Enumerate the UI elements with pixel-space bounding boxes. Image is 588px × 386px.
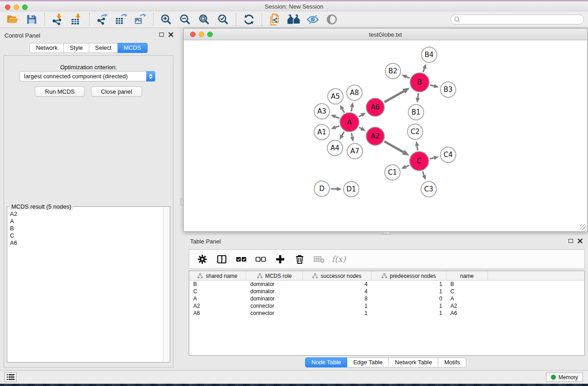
column-header-successor-nodes[interactable]: successor nodes	[303, 271, 372, 281]
mcds-result-item[interactable]: A6	[8, 239, 163, 247]
export-network-icon[interactable]	[95, 13, 110, 26]
column-view-icon[interactable]	[216, 253, 228, 265]
network-canvas[interactable]: AA1A2A3A4A5A6A7A8BB1B2B3B4CC1C2C3C4DD1	[184, 40, 587, 231]
tab-motifs[interactable]: Motifs	[438, 357, 466, 367]
save-session-icon[interactable]	[24, 13, 39, 26]
graph-edge-A-A7[interactable]	[350, 133, 354, 142]
graph-node-A7[interactable]: A7	[347, 143, 363, 159]
import-network-icon[interactable]	[50, 13, 65, 26]
close-panel-button[interactable]: Close panel	[91, 86, 142, 97]
network-window-titlebar[interactable]: testGlobe.txt	[184, 29, 587, 40]
graph-edge-A6-B[interactable]	[384, 88, 410, 102]
graph-node-B2[interactable]: B2	[385, 63, 401, 79]
zoom-fit-icon[interactable]	[197, 13, 211, 26]
graph-edge-B-B2[interactable]	[402, 75, 410, 79]
zoom-selected-icon[interactable]	[216, 13, 230, 26]
select-all-icon[interactable]	[235, 253, 247, 265]
graph-node-C1[interactable]: C1	[385, 165, 400, 180]
window-resize-grip[interactable]	[580, 224, 586, 230]
table-row[interactable]: A6connector11A6	[189, 310, 584, 317]
graph-edge-D-D1[interactable]	[331, 187, 342, 191]
delete-column-icon[interactable]	[294, 253, 306, 265]
search-field[interactable]	[450, 14, 584, 24]
zoom-out-icon[interactable]	[178, 13, 192, 26]
graph-node-B1[interactable]: B1	[408, 105, 424, 120]
graph-edge-A-A6[interactable]	[359, 113, 366, 117]
graph-edge-C-C1[interactable]	[401, 165, 409, 169]
tab-edge-table[interactable]: Edge Table	[347, 357, 389, 367]
graph-node-D1[interactable]: D1	[344, 181, 359, 197]
graph-edge-A-A8[interactable]	[350, 102, 354, 112]
tab-select[interactable]: Select	[89, 43, 118, 53]
import-table-icon[interactable]	[69, 13, 84, 26]
close-table-panel-icon[interactable]	[578, 238, 583, 243]
tab-node-table[interactable]: Node Table	[305, 357, 348, 367]
graph-node-A6[interactable]: A6	[366, 98, 384, 116]
graph-node-A[interactable]: A	[340, 113, 359, 132]
graph-node-C3[interactable]: C3	[421, 181, 436, 197]
mcds-result-item[interactable]: A2	[8, 210, 163, 218]
graph-edge-A-A2[interactable]	[359, 127, 366, 131]
column-header-predecessor-nodes[interactable]: predecessor nodes	[372, 271, 446, 281]
column-header-shared-name[interactable]: shared name	[189, 271, 246, 281]
open-session-icon[interactable]	[5, 13, 20, 26]
graph-node-C[interactable]: C	[410, 152, 429, 171]
column-header-name[interactable]: name	[446, 271, 488, 281]
graph-edge-B-B4[interactable]	[422, 64, 426, 72]
close-panel-icon[interactable]	[168, 32, 173, 37]
table-row[interactable]: Bdominator41B	[189, 281, 584, 288]
graph-edge-C-C4[interactable]	[430, 156, 439, 160]
search-input[interactable]	[463, 16, 583, 23]
float-panel-icon[interactable]	[159, 33, 164, 37]
tab-network[interactable]: Network	[29, 43, 64, 53]
graph-edge-A-A4[interactable]	[339, 132, 344, 140]
splitter-grip-left[interactable]	[181, 198, 183, 205]
deselect-all-icon[interactable]	[255, 253, 267, 265]
tab-style[interactable]: Style	[64, 43, 89, 53]
graph-node-A1[interactable]: A1	[314, 124, 330, 140]
graph-node-B[interactable]: B	[410, 73, 429, 92]
graph-edge-C-C2[interactable]	[415, 141, 419, 150]
show-eye-icon[interactable]	[325, 13, 339, 26]
add-column-icon[interactable]	[274, 253, 286, 265]
float-table-panel-icon[interactable]	[569, 239, 573, 243]
export-image-icon[interactable]	[133, 13, 148, 26]
hide-selected-icon[interactable]	[306, 13, 320, 26]
task-history-button[interactable]	[4, 372, 17, 382]
settings-gear-icon[interactable]	[196, 253, 208, 265]
graph-node-B4[interactable]: B4	[421, 47, 437, 62]
tab-network-table[interactable]: Network Table	[389, 357, 438, 367]
export-table-icon[interactable]	[114, 13, 129, 26]
delete-table-icon[interactable]	[313, 253, 325, 265]
table-row[interactable]: A2connector11A2	[189, 302, 584, 310]
mcds-result-item[interactable]: B	[8, 225, 163, 232]
graph-node-B3[interactable]: B3	[440, 82, 456, 97]
memory-button[interactable]: Memory	[546, 372, 583, 382]
clone-network-icon[interactable]	[268, 13, 282, 26]
splitter-grip-bottom[interactable]	[383, 232, 390, 234]
table-row[interactable]: Cdominator41C	[189, 288, 584, 295]
graph-node-C2[interactable]: C2	[407, 124, 423, 139]
graph-edge-A-A3[interactable]	[331, 114, 339, 119]
graph-node-D[interactable]: D	[314, 181, 330, 196]
graph-edge-B-B3[interactable]	[430, 84, 439, 88]
column-header-MCDS-role[interactable]: MCDS role	[246, 271, 303, 281]
criterion-dropdown[interactable]: largest connected component (directed)	[19, 71, 155, 81]
graph-node-A2[interactable]: A2	[366, 127, 384, 145]
refresh-view-icon[interactable]	[242, 13, 256, 26]
mcds-result-item[interactable]: A	[8, 218, 163, 225]
zoom-in-icon[interactable]	[159, 13, 173, 26]
neighbors-icon[interactable]	[287, 13, 301, 26]
graph-node-A8[interactable]: A8	[347, 85, 362, 100]
graph-edge-A-A5[interactable]	[340, 105, 344, 112]
mcds-result-item[interactable]: C	[8, 232, 163, 239]
graph-node-A3[interactable]: A3	[314, 104, 330, 119]
graph-edge-A-A1[interactable]	[331, 125, 339, 129]
result-scrollbar[interactable]	[163, 207, 169, 362]
graph-node-A5[interactable]: A5	[328, 89, 343, 104]
graph-node-C4[interactable]: C4	[440, 147, 456, 162]
tab-mcds[interactable]: MCDS	[118, 43, 147, 53]
table-row[interactable]: Adominator80A	[189, 295, 584, 302]
graph-node-A4[interactable]: A4	[327, 140, 343, 156]
graph-edge-A2-C[interactable]	[384, 141, 409, 155]
